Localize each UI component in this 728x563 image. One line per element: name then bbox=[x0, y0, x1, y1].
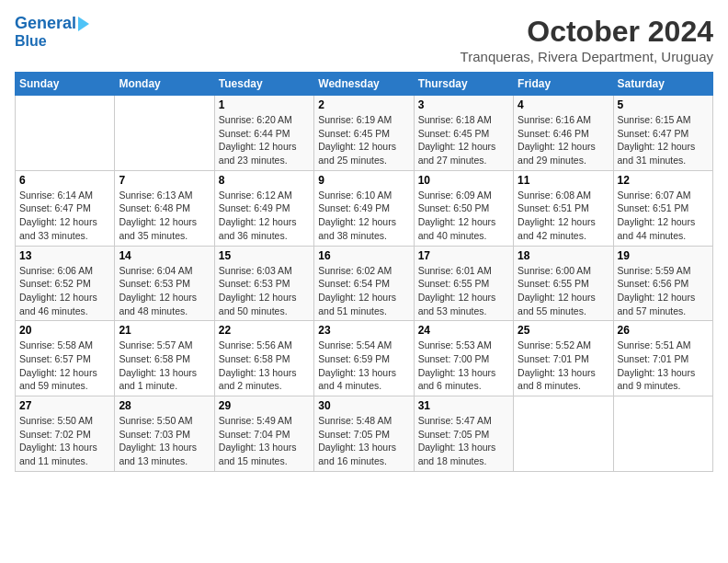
weekday-header-sunday: Sunday bbox=[16, 73, 115, 96]
day-content: Sunrise: 5:52 AM Sunset: 7:01 PM Dayligh… bbox=[518, 339, 609, 393]
calendar-header-row: SundayMondayTuesdayWednesdayThursdayFrid… bbox=[16, 73, 713, 96]
logo-arrow-icon bbox=[78, 17, 89, 31]
day-content: Sunrise: 6:10 AM Sunset: 6:49 PM Dayligh… bbox=[318, 189, 409, 243]
day-content: Sunrise: 5:47 AM Sunset: 7:05 PM Dayligh… bbox=[418, 414, 509, 468]
weekday-header-tuesday: Tuesday bbox=[214, 73, 313, 96]
day-number: 1 bbox=[219, 98, 310, 111]
day-content: Sunrise: 6:00 AM Sunset: 6:55 PM Dayligh… bbox=[518, 264, 609, 318]
day-number: 7 bbox=[119, 174, 210, 187]
day-content: Sunrise: 5:57 AM Sunset: 6:58 PM Dayligh… bbox=[119, 339, 210, 393]
calendar-cell: 24Sunrise: 5:53 AM Sunset: 7:00 PM Dayli… bbox=[414, 321, 513, 396]
day-number: 12 bbox=[618, 174, 709, 187]
day-content: Sunrise: 6:02 AM Sunset: 6:54 PM Dayligh… bbox=[318, 264, 409, 318]
day-number: 25 bbox=[518, 324, 609, 337]
calendar-table: SundayMondayTuesdayWednesdayThursdayFrid… bbox=[15, 72, 713, 472]
day-number: 2 bbox=[318, 98, 409, 111]
day-content: Sunrise: 6:16 AM Sunset: 6:46 PM Dayligh… bbox=[518, 113, 609, 167]
logo: General Blue bbox=[15, 15, 89, 49]
day-number: 29 bbox=[219, 399, 310, 412]
day-number: 15 bbox=[219, 249, 310, 262]
calendar-cell: 17Sunrise: 6:01 AM Sunset: 6:55 PM Dayli… bbox=[414, 246, 513, 321]
calendar-cell: 10Sunrise: 6:09 AM Sunset: 6:50 PM Dayli… bbox=[414, 170, 513, 246]
day-number: 30 bbox=[318, 399, 409, 412]
calendar-cell: 25Sunrise: 5:52 AM Sunset: 7:01 PM Dayli… bbox=[514, 321, 613, 396]
day-number: 26 bbox=[618, 324, 709, 337]
calendar-cell: 23Sunrise: 5:54 AM Sunset: 6:59 PM Dayli… bbox=[314, 321, 414, 396]
calendar-week-2: 6Sunrise: 6:14 AM Sunset: 6:47 PM Daylig… bbox=[16, 170, 713, 246]
day-content: Sunrise: 6:09 AM Sunset: 6:50 PM Dayligh… bbox=[418, 189, 509, 243]
calendar-cell: 3Sunrise: 6:18 AM Sunset: 6:45 PM Daylig… bbox=[414, 96, 513, 171]
calendar-cell: 18Sunrise: 6:00 AM Sunset: 6:55 PM Dayli… bbox=[514, 246, 613, 321]
weekday-header-saturday: Saturday bbox=[613, 73, 712, 96]
day-content: Sunrise: 6:04 AM Sunset: 6:53 PM Dayligh… bbox=[119, 264, 210, 318]
weekday-header-wednesday: Wednesday bbox=[314, 73, 414, 96]
day-number: 13 bbox=[19, 249, 110, 262]
day-content: Sunrise: 6:15 AM Sunset: 6:47 PM Dayligh… bbox=[618, 113, 709, 167]
calendar-cell: 13Sunrise: 6:06 AM Sunset: 6:52 PM Dayli… bbox=[16, 246, 115, 321]
calendar-cell: 12Sunrise: 6:07 AM Sunset: 6:51 PM Dayli… bbox=[613, 170, 712, 246]
calendar-week-1: 1Sunrise: 6:20 AM Sunset: 6:44 PM Daylig… bbox=[16, 96, 713, 171]
calendar-cell: 8Sunrise: 6:12 AM Sunset: 6:49 PM Daylig… bbox=[214, 170, 313, 246]
calendar-cell: 6Sunrise: 6:14 AM Sunset: 6:47 PM Daylig… bbox=[16, 170, 115, 246]
day-number: 14 bbox=[119, 249, 210, 262]
calendar-cell: 28Sunrise: 5:50 AM Sunset: 7:03 PM Dayli… bbox=[115, 396, 214, 472]
day-content: Sunrise: 6:19 AM Sunset: 6:45 PM Dayligh… bbox=[318, 113, 409, 167]
calendar-cell: 5Sunrise: 6:15 AM Sunset: 6:47 PM Daylig… bbox=[613, 96, 712, 171]
calendar-cell bbox=[514, 396, 613, 472]
calendar-week-4: 20Sunrise: 5:58 AM Sunset: 6:57 PM Dayli… bbox=[16, 321, 713, 396]
location-title: Tranqueras, Rivera Department, Uruguay bbox=[461, 49, 713, 64]
day-number: 10 bbox=[418, 174, 509, 187]
calendar-cell: 4Sunrise: 6:16 AM Sunset: 6:46 PM Daylig… bbox=[514, 96, 613, 171]
day-number: 31 bbox=[418, 399, 509, 412]
calendar-cell: 20Sunrise: 5:58 AM Sunset: 6:57 PM Dayli… bbox=[16, 321, 115, 396]
day-content: Sunrise: 6:18 AM Sunset: 6:45 PM Dayligh… bbox=[418, 113, 509, 167]
calendar-cell: 16Sunrise: 6:02 AM Sunset: 6:54 PM Dayli… bbox=[314, 246, 414, 321]
day-number: 27 bbox=[19, 399, 110, 412]
calendar-cell: 27Sunrise: 5:50 AM Sunset: 7:02 PM Dayli… bbox=[16, 396, 115, 472]
day-number: 9 bbox=[318, 174, 409, 187]
calendar-cell: 31Sunrise: 5:47 AM Sunset: 7:05 PM Dayli… bbox=[414, 396, 513, 472]
calendar-cell: 2Sunrise: 6:19 AM Sunset: 6:45 PM Daylig… bbox=[314, 96, 414, 171]
day-content: Sunrise: 6:06 AM Sunset: 6:52 PM Dayligh… bbox=[19, 264, 110, 318]
day-content: Sunrise: 6:20 AM Sunset: 6:44 PM Dayligh… bbox=[219, 113, 310, 167]
day-content: Sunrise: 6:03 AM Sunset: 6:53 PM Dayligh… bbox=[219, 264, 310, 318]
day-number: 18 bbox=[518, 249, 609, 262]
day-number: 11 bbox=[518, 174, 609, 187]
day-number: 5 bbox=[618, 98, 709, 111]
day-number: 8 bbox=[219, 174, 310, 187]
calendar-cell: 9Sunrise: 6:10 AM Sunset: 6:49 PM Daylig… bbox=[314, 170, 414, 246]
day-number: 23 bbox=[318, 324, 409, 337]
day-number: 3 bbox=[418, 98, 509, 111]
day-content: Sunrise: 5:50 AM Sunset: 7:03 PM Dayligh… bbox=[119, 414, 210, 468]
day-number: 20 bbox=[19, 324, 110, 337]
calendar-cell: 7Sunrise: 6:13 AM Sunset: 6:48 PM Daylig… bbox=[115, 170, 214, 246]
calendar-cell: 14Sunrise: 6:04 AM Sunset: 6:53 PM Dayli… bbox=[115, 246, 214, 321]
calendar-week-5: 27Sunrise: 5:50 AM Sunset: 7:02 PM Dayli… bbox=[16, 396, 713, 472]
weekday-header-friday: Friday bbox=[514, 73, 613, 96]
calendar-cell: 30Sunrise: 5:48 AM Sunset: 7:05 PM Dayli… bbox=[314, 396, 414, 472]
day-number: 21 bbox=[119, 324, 210, 337]
day-number: 6 bbox=[19, 174, 110, 187]
day-number: 28 bbox=[119, 399, 210, 412]
calendar-cell: 26Sunrise: 5:51 AM Sunset: 7:01 PM Dayli… bbox=[613, 321, 712, 396]
calendar-body: 1Sunrise: 6:20 AM Sunset: 6:44 PM Daylig… bbox=[16, 96, 713, 472]
calendar-cell bbox=[16, 96, 115, 171]
day-content: Sunrise: 5:58 AM Sunset: 6:57 PM Dayligh… bbox=[19, 339, 110, 393]
day-content: Sunrise: 5:53 AM Sunset: 7:00 PM Dayligh… bbox=[418, 339, 509, 393]
day-content: Sunrise: 6:08 AM Sunset: 6:51 PM Dayligh… bbox=[518, 189, 609, 243]
day-content: Sunrise: 5:56 AM Sunset: 6:58 PM Dayligh… bbox=[219, 339, 310, 393]
logo-general: General bbox=[15, 15, 76, 33]
page-header: General Blue October 2024 Tranqueras, Ri… bbox=[15, 15, 713, 64]
day-content: Sunrise: 6:01 AM Sunset: 6:55 PM Dayligh… bbox=[418, 264, 509, 318]
calendar-cell: 29Sunrise: 5:49 AM Sunset: 7:04 PM Dayli… bbox=[214, 396, 313, 472]
day-number: 19 bbox=[618, 249, 709, 262]
day-number: 4 bbox=[518, 98, 609, 111]
day-content: Sunrise: 5:49 AM Sunset: 7:04 PM Dayligh… bbox=[219, 414, 310, 468]
day-content: Sunrise: 5:51 AM Sunset: 7:01 PM Dayligh… bbox=[618, 339, 709, 393]
day-number: 22 bbox=[219, 324, 310, 337]
day-content: Sunrise: 6:12 AM Sunset: 6:49 PM Dayligh… bbox=[219, 189, 310, 243]
calendar-cell: 11Sunrise: 6:08 AM Sunset: 6:51 PM Dayli… bbox=[514, 170, 613, 246]
day-number: 16 bbox=[318, 249, 409, 262]
calendar-cell bbox=[115, 96, 214, 171]
day-number: 24 bbox=[418, 324, 509, 337]
